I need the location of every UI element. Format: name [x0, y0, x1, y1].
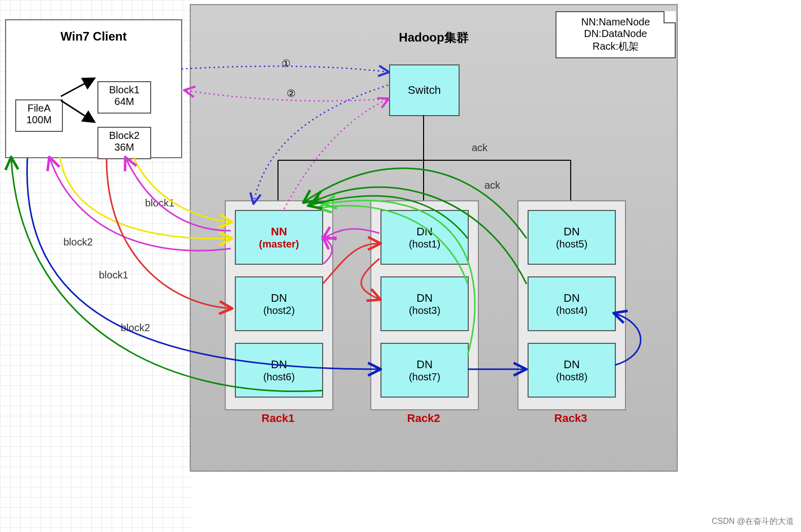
node-host6: DN (host6): [235, 343, 323, 398]
diagram-canvas: Win7 Client FileA 100M Block1 64M Block2…: [0, 0, 801, 532]
edge-label-ack-2: ack: [484, 180, 500, 191]
step-2-label: ②: [287, 87, 296, 99]
nn-line2: (master): [259, 238, 299, 250]
host1-line2: (host1): [409, 238, 440, 250]
rack-3-label: Rack3: [517, 412, 624, 425]
block1-box: Block1 64M: [97, 81, 151, 114]
host2-line2: (host2): [263, 305, 295, 316]
host4-line1: DN: [564, 292, 580, 305]
step-1-label: ①: [282, 57, 291, 69]
nn-line1: NN: [271, 225, 287, 238]
host6-line1: DN: [271, 358, 287, 371]
host6-line2: (host6): [263, 371, 295, 383]
host3-line2: (host3): [409, 305, 440, 316]
client-title: Win7 Client: [6, 29, 181, 44]
node-host8: DN (host8): [528, 343, 616, 398]
edge-label-block2-blue: block2: [121, 322, 150, 334]
client-container: Win7 Client FileA 100M Block1 64M Block2…: [5, 19, 182, 158]
legend-note: NN:NameNode DN:DataNode Rack:机架: [555, 11, 676, 58]
node-host2: DN (host2): [235, 276, 323, 331]
rack-2-label: Rack2: [370, 412, 477, 425]
node-nn: NN (master): [235, 210, 323, 265]
node-host4: DN (host4): [528, 276, 616, 331]
node-host7: DN (host7): [380, 343, 469, 398]
file-box: FileA 100M: [15, 99, 63, 132]
node-host1: DN (host1): [380, 210, 469, 265]
host5-line2: (host5): [556, 238, 587, 250]
block1-name: Block1: [98, 84, 150, 96]
file-size: 100M: [16, 114, 62, 126]
switch-node: Switch: [389, 64, 460, 116]
host7-line1: DN: [416, 358, 433, 371]
file-name: FileA: [16, 102, 62, 114]
legend-line-1: NN:NameNode: [564, 16, 668, 28]
node-host5: DN (host5): [528, 210, 616, 265]
block1-size: 64M: [98, 96, 150, 108]
host7-line2: (host7): [409, 371, 440, 383]
note-fold-icon: [664, 11, 676, 23]
legend-line-3: Rack:机架: [564, 40, 668, 53]
edge-label-ack-1: ack: [472, 142, 487, 154]
host8-line1: DN: [564, 358, 580, 371]
legend-line-2: DN:DataNode: [564, 28, 668, 40]
host4-line2: (host4): [556, 305, 587, 316]
block2-size: 36M: [98, 141, 150, 153]
block2-box: Block2 36M: [97, 127, 151, 159]
watermark-text: CSDN @在奋斗的大道: [712, 516, 794, 527]
host8-line2: (host8): [556, 371, 587, 383]
edge-label-block1-red: block1: [99, 269, 128, 281]
host2-line1: DN: [271, 292, 287, 305]
edge-label-block2-yellow: block2: [63, 236, 93, 248]
node-host3: DN (host3): [380, 276, 469, 331]
block2-name: Block2: [98, 130, 150, 141]
host5-line1: DN: [564, 225, 580, 238]
switch-label: Switch: [408, 84, 441, 97]
rack-1-label: Rack1: [225, 412, 331, 425]
edge-label-block1-yellow: block1: [145, 197, 175, 209]
host3-line1: DN: [416, 292, 433, 305]
host1-line1: DN: [416, 225, 433, 238]
